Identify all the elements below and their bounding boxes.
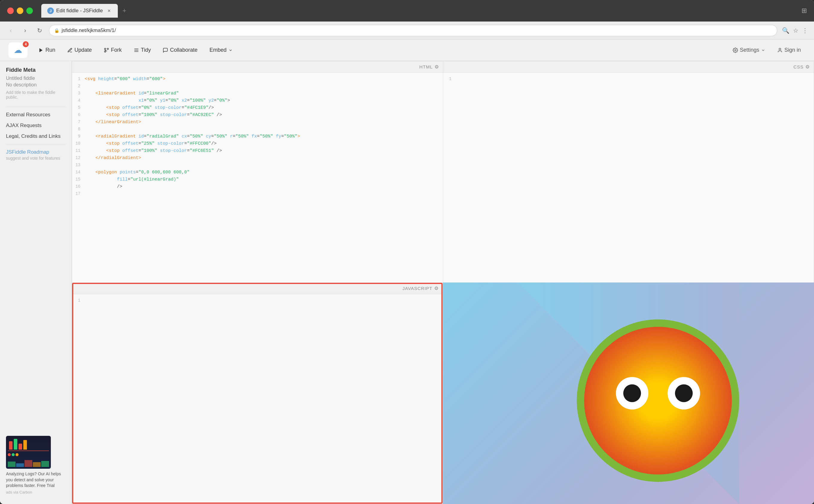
html-settings-icon[interactable]: ⚙ [435, 64, 439, 70]
sidebar-ad-text: Analyzing Logs? Our AI helps you detect … [6, 471, 65, 489]
fork-icon [104, 48, 109, 53]
sidebar-roadmap: JSFiddle Roadmap suggest and vote for fe… [0, 147, 71, 163]
tab-close-button[interactable]: ✕ [106, 8, 112, 13]
preview-content [443, 282, 814, 504]
logo-badge: 4 [23, 41, 29, 47]
svg-point-3 [107, 48, 109, 50]
minimize-button[interactable] [17, 7, 23, 14]
update-label: Update [74, 47, 92, 53]
code-line-10: 10 <stop offset="25%" stop-color="#FFCC0… [72, 140, 443, 147]
reload-button[interactable]: ↻ [35, 26, 44, 35]
run-button[interactable]: Run [33, 45, 60, 56]
js-code-area[interactable]: 1 [72, 294, 443, 504]
window-controls-right: ⊞ [801, 7, 807, 15]
settings-icon [733, 48, 738, 53]
fork-button[interactable]: Fork [99, 45, 126, 56]
html-panel: HTML ⚙ 1 <svg height="600" width="600"> … [72, 61, 443, 282]
code-line-13: 13 [72, 162, 443, 169]
tidy-icon [134, 48, 139, 53]
sidebar-external-resources[interactable]: External Resources [0, 109, 71, 120]
signin-button[interactable]: Sign in [772, 45, 806, 56]
search-icon[interactable]: 🔍 [782, 27, 789, 34]
embed-label: Embed [209, 47, 226, 53]
toolbar-right: Settings Sign in [728, 45, 806, 56]
js-panel-header: JAVASCRIPT ⚙ [72, 283, 443, 294]
logo: ☁ 4 [8, 42, 28, 58]
forward-button[interactable]: › [20, 26, 30, 35]
address-bar: ‹ › ↻ 🔒 jsfiddle.net/kjkma5km/1/ 🔍 ☆ ⋮ [0, 22, 814, 39]
embed-button[interactable]: Embed [204, 45, 237, 56]
collaborate-button[interactable]: Collaborate [158, 45, 202, 56]
sidebar-meta-section: Fiddle Meta Untitled fiddle No descripti… [0, 67, 71, 104]
app-area: ☁ 4 Run Update Fork Tidy Collaborate [0, 39, 814, 504]
svg-point-8 [779, 48, 781, 50]
fullscreen-button[interactable] [26, 7, 33, 14]
more-options-icon[interactable]: ⋮ [802, 27, 808, 34]
css-settings-icon[interactable]: ⚙ [805, 64, 810, 70]
signin-label: Sign in [784, 47, 801, 53]
toolbar: ☁ 4 Run Update Fork Tidy Collaborate [0, 39, 814, 61]
sidebar-ad-source: ads via Carbon [6, 490, 65, 494]
content-area: Fiddle Meta Untitled fiddle No descripti… [0, 61, 814, 504]
logo-cloud-icon: ☁ [14, 45, 22, 55]
code-line-8: 8 [72, 126, 443, 133]
sidebar-ajax-requests[interactable]: AJAX Requests [0, 120, 71, 131]
code-line-2: 2 [72, 83, 443, 90]
settings-dropdown-icon [761, 48, 765, 52]
active-tab[interactable]: J Edit fiddle - JSFiddle ✕ [41, 4, 118, 18]
sidebar-roadmap-title[interactable]: JSFiddle Roadmap [6, 149, 65, 155]
code-line-6: 6 <stop offset="100%" stop-color="#AC92E… [72, 112, 443, 119]
code-line-14: 14 <polygon points="0,0 600,600 600,0" [72, 169, 443, 176]
sidebar-divider-1 [6, 107, 65, 107]
collaborate-label: Collaborate [170, 47, 197, 53]
settings-label: Settings [740, 47, 759, 53]
settings-button[interactable]: Settings [728, 45, 770, 56]
address-field[interactable]: 🔒 jsfiddle.net/kjkma5km/1/ [49, 25, 777, 36]
browser-window: J Edit fiddle - JSFiddle ✕ + ⊞ ‹ › ↻ 🔒 j… [0, 0, 814, 504]
css-panel-label: CSS [793, 64, 804, 69]
html-code-area[interactable]: 1 <svg height="600" width="600"> 2 3 <li… [72, 73, 443, 282]
svg-point-1 [104, 51, 106, 52]
sidebar: Fiddle Meta Untitled fiddle No descripti… [0, 61, 72, 504]
run-icon [38, 48, 44, 53]
window-icon: ⊞ [801, 7, 807, 15]
address-actions: 🔍 ☆ ⋮ [782, 27, 808, 34]
code-line-3: 3 <linearGradient id="linearGrad" [72, 90, 443, 97]
lock-icon: 🔒 [54, 28, 59, 33]
code-line-5: 5 <stop offset="0%" stop-color="#4FC1E9"… [72, 104, 443, 112]
preview-svg [443, 282, 814, 504]
svg-point-11 [584, 327, 732, 474]
html-panel-header: HTML ⚙ [72, 61, 443, 73]
html-panel-label: HTML [419, 64, 433, 69]
sidebar-divider-2 [6, 144, 65, 144]
sidebar-ad-image[interactable] [6, 436, 51, 469]
back-button[interactable]: ‹ [6, 26, 16, 35]
sidebar-fiddle-desc: No description [6, 82, 65, 88]
update-button[interactable]: Update [62, 45, 97, 56]
collaborate-icon [163, 48, 168, 53]
js-settings-icon[interactable]: ⚙ [434, 285, 439, 291]
code-line-7: 7 </linearGradient> [72, 119, 443, 126]
code-line-11: 11 <stop offset="100%" stop-color="#FC6E… [72, 147, 443, 155]
code-line-17: 17 [72, 190, 443, 198]
js-line-1: 1 [72, 297, 443, 304]
sidebar-legal[interactable]: Legal, Credits and Links [0, 131, 71, 142]
favicon-letter: J [49, 9, 51, 13]
svg-point-2 [104, 48, 106, 50]
sidebar-roadmap-desc: suggest and vote for features [6, 156, 65, 161]
tidy-button[interactable]: Tidy [129, 45, 155, 56]
bookmark-icon[interactable]: ☆ [793, 27, 798, 34]
svg-point-15 [675, 384, 693, 402]
css-code-area[interactable]: 1 [443, 73, 814, 282]
editor-grid: HTML ⚙ 1 <svg height="600" width="600"> … [72, 61, 814, 504]
address-text: jsfiddle.net/kjkma5km/1/ [62, 28, 116, 33]
run-label: Run [45, 47, 55, 53]
update-icon [67, 48, 73, 53]
fork-label: Fork [111, 47, 122, 53]
js-panel-label: JAVASCRIPT [402, 286, 433, 291]
new-tab-button[interactable]: + [119, 5, 130, 16]
user-icon [777, 48, 783, 53]
tab-bar: J Edit fiddle - JSFiddle ✕ + [41, 4, 130, 18]
css-panel-header: CSS ⚙ [443, 61, 814, 73]
close-button[interactable] [7, 7, 14, 14]
